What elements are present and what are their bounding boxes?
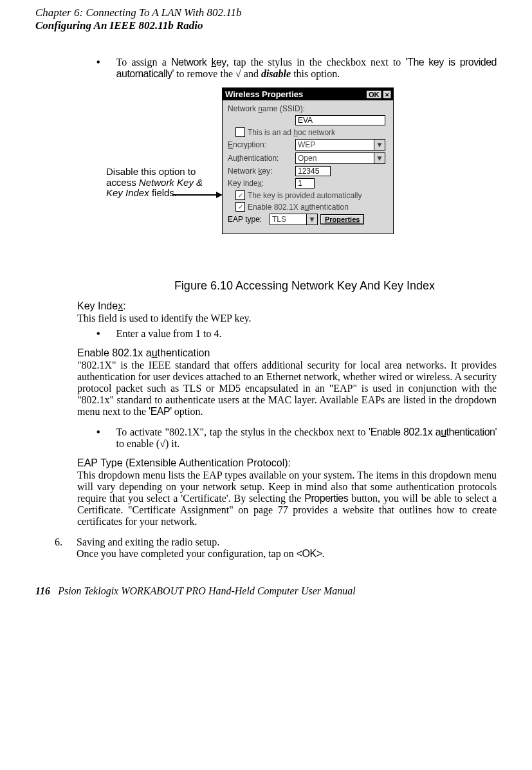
adhoc-label: This is an ad hoc network xyxy=(248,128,335,137)
auth-label: Authentication: xyxy=(228,154,295,163)
autokey-label: The key is provided automatically xyxy=(248,191,362,200)
netkey-label: Network key: xyxy=(228,167,295,176)
auth-select[interactable]: Open ▼ xyxy=(295,152,385,164)
arrow-icon xyxy=(172,190,224,199)
close-button[interactable]: × xyxy=(383,90,392,99)
enable8021x-heading: Enable 802.1x authentication xyxy=(77,347,497,359)
enable8021x-text: "802.1X" is the IEEE standard that offer… xyxy=(77,360,497,417)
encryption-label: Encryption: xyxy=(228,140,295,149)
encryption-select[interactable]: WEP ▼ xyxy=(295,139,385,151)
ssid-label: Network name (SSID): xyxy=(228,104,305,113)
keyidx-label: Key index: xyxy=(228,179,295,188)
eap-label: EAP type: xyxy=(228,215,270,224)
enable8021x-checkbox[interactable]: ✓ xyxy=(235,202,245,212)
eaptype-text: This dropdown menu lists the EAP types a… xyxy=(77,470,497,527)
page-footer: 116Psion Teklogix WORKABOUT PRO Hand-Hel… xyxy=(35,585,497,597)
text-disable: disable xyxy=(261,68,291,79)
step-6: 6. Saving and exiting the radio setup. O… xyxy=(55,536,497,560)
page-number: 116 xyxy=(35,585,50,596)
eap-select[interactable]: TLS ▼ xyxy=(270,214,318,225)
chevron-down-icon: ▼ xyxy=(306,214,317,225)
autokey-checkbox[interactable]: ✓ xyxy=(235,190,245,200)
step6-ok: <OK> xyxy=(297,548,322,559)
page-header: Chapter 6: Connecting To A LAN With 802.… xyxy=(35,6,497,32)
chevron-down-icon: ▼ xyxy=(374,153,385,163)
wireless-properties-dialog: Wireless Properties OK × Network name (S… xyxy=(222,87,394,234)
keyindex-text: This field is used to identify the WEP k… xyxy=(77,313,497,324)
enable8021x-bullet: To activate "802.1X", tap the stylus in … xyxy=(116,426,497,450)
bullet-assign-netkey: • To assign a Network key, tap the stylu… xyxy=(96,57,497,80)
keyidx-input[interactable] xyxy=(295,178,315,188)
text-netkey: Network key xyxy=(171,57,226,68)
text: To assign a xyxy=(116,57,171,68)
dialog-titlebar: Wireless Properties OK × xyxy=(223,88,393,100)
step6-line1: Saving and exiting the radio setup. xyxy=(77,536,219,547)
keyindex-bullet: Enter a value from 1 to 4. xyxy=(116,328,497,340)
eaptype-heading: EAP Type (Extensible Authentication Prot… xyxy=(77,457,497,469)
figure-6-10: Disable this option to access Network Ke… xyxy=(77,87,497,274)
step6-line2-pre: Once you have completed your configurati… xyxy=(77,548,297,559)
adhoc-checkbox[interactable] xyxy=(235,127,245,137)
dialog-title: Wireless Properties xyxy=(224,89,365,99)
enable8021x-label: Enable 802.1X authentication xyxy=(248,203,349,212)
keyindex-heading: Key Index: xyxy=(77,300,497,312)
ok-button[interactable]: OK xyxy=(366,90,382,99)
text: this option. xyxy=(291,68,340,79)
netkey-input[interactable] xyxy=(295,166,331,176)
ssid-input[interactable] xyxy=(295,115,385,125)
header-section: Configuring An IEEE 802.11b Radio xyxy=(35,19,497,32)
text: to remove the √ and xyxy=(174,68,261,79)
figure-caption: Figure 6.10 Accessing Network Key And Ke… xyxy=(132,279,477,293)
header-chapter: Chapter 6: Connecting To A LAN With 802.… xyxy=(35,6,497,19)
properties-button[interactable]: Properties xyxy=(320,214,364,225)
footer-text: Psion Teklogix WORKABOUT PRO Hand-Held C… xyxy=(58,585,356,596)
chevron-down-icon: ▼ xyxy=(374,140,385,150)
text: , tap the stylus in the checkbox next to xyxy=(226,57,406,68)
